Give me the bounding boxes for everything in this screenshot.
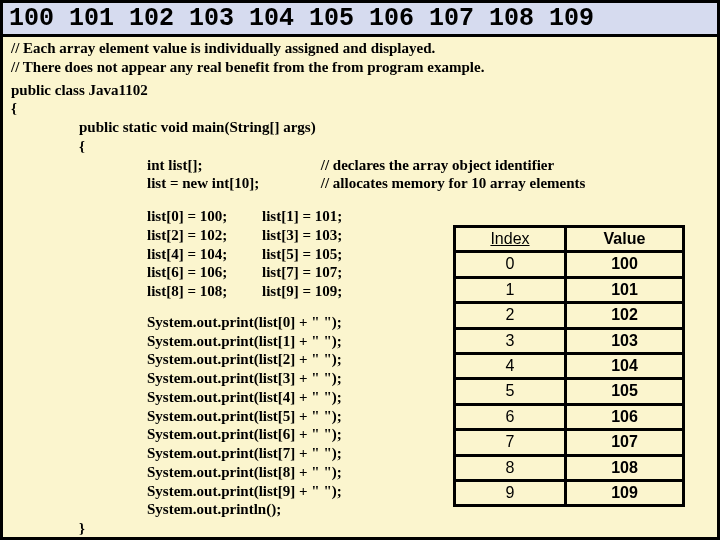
assign-cell: list[6] = 106; [147, 263, 262, 282]
header-index: Index [455, 227, 566, 252]
cell-index: 2 [455, 303, 566, 328]
assign-cell: list[8] = 108; [147, 282, 262, 301]
table-row: 0100 [455, 252, 684, 277]
table-row: 4104 [455, 353, 684, 378]
cell-index: 6 [455, 404, 566, 429]
cell-value: 100 [565, 252, 683, 277]
index-value-table: Index Value 0100 1101 2102 3103 4104 510… [453, 225, 685, 507]
cell-value: 109 [565, 480, 683, 505]
cell-index: 7 [455, 430, 566, 455]
cell-index: 8 [455, 455, 566, 480]
brace-open-main: { [11, 137, 709, 156]
brace-open-class: { [11, 99, 709, 118]
declare-array-line: int list[]; // declares the array object… [11, 156, 709, 175]
cell-value: 101 [565, 277, 683, 302]
allocate-code: list = new int[10]; [147, 174, 317, 193]
assign-cell: list[7] = 107; [262, 264, 342, 280]
declare-comment: // declares the array object identifier [321, 156, 554, 175]
cell-index: 1 [455, 277, 566, 302]
cell-value: 107 [565, 430, 683, 455]
allocate-comment: // allocates memory for 10 array element… [321, 174, 586, 193]
assign-cell: list[5] = 105; [262, 246, 342, 262]
assign-cell: list[0] = 100; [147, 207, 262, 226]
allocate-array-line: list = new int[10]; // allocates memory … [11, 174, 709, 193]
table-row: 1101 [455, 277, 684, 302]
header-value: Value [565, 227, 683, 252]
table-row: 9109 [455, 480, 684, 505]
table-row: 2102 [455, 303, 684, 328]
table-row: 6106 [455, 404, 684, 429]
table-row: 3103 [455, 328, 684, 353]
assign-cell: list[9] = 109; [262, 283, 342, 299]
cell-value: 104 [565, 353, 683, 378]
comment-line-1: // Each array element value is individua… [11, 39, 709, 58]
assign-cell: list[2] = 102; [147, 226, 262, 245]
assign-cell: list[1] = 101; [262, 208, 342, 224]
cell-index: 3 [455, 328, 566, 353]
table-row: 5105 [455, 379, 684, 404]
cell-index: 0 [455, 252, 566, 277]
comment-line-2: // There does not appear any real benefi… [11, 58, 709, 77]
assign-row: list[0] = 100;list[1] = 101; [11, 207, 709, 226]
assign-cell: list[4] = 104; [147, 245, 262, 264]
table-row: 7107 [455, 430, 684, 455]
cell-value: 106 [565, 404, 683, 429]
class-declaration: public class Java1102 [11, 81, 709, 100]
cell-value: 102 [565, 303, 683, 328]
index-value-table-wrap: Index Value 0100 1101 2102 3103 4104 510… [453, 225, 685, 507]
assign-cell: list[3] = 103; [262, 227, 342, 243]
main-signature: public static void main(String[] args) [11, 118, 709, 137]
cell-value: 103 [565, 328, 683, 353]
program-output-bar: 100 101 102 103 104 105 106 107 108 109 [3, 3, 717, 37]
cell-index: 4 [455, 353, 566, 378]
cell-index: 5 [455, 379, 566, 404]
cell-value: 108 [565, 455, 683, 480]
table-row: 8108 [455, 455, 684, 480]
cell-value: 105 [565, 379, 683, 404]
cell-index: 9 [455, 480, 566, 505]
declare-code: int list[]; [147, 156, 317, 175]
brace-close-main: } [11, 519, 709, 538]
table-header-row: Index Value [455, 227, 684, 252]
